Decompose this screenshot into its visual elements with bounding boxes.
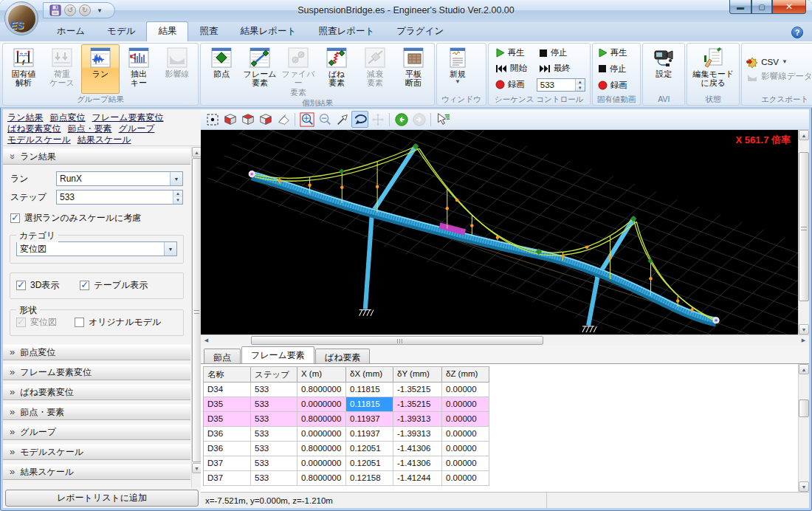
checkbox-checked-icon[interactable] bbox=[80, 281, 89, 290]
scrollbar-thumb[interactable] bbox=[251, 336, 543, 345]
3d-viewport[interactable]: X 561.7 倍率 bbox=[201, 130, 798, 335]
section-header[interactable]: »モデルスケール bbox=[3, 444, 190, 460]
table-cell[interactable]: D37 bbox=[204, 456, 251, 471]
sidebar-link[interactable]: グループ bbox=[119, 123, 155, 134]
step-input[interactable]: 533 ▲▼ bbox=[56, 190, 183, 205]
back-to-edit-button[interactable]: 編集モード に戻る bbox=[689, 44, 737, 94]
sidebar-link[interactable]: ラン結果 bbox=[7, 112, 44, 123]
table-cell[interactable]: 0.12158 bbox=[346, 471, 393, 486]
table-cell[interactable]: 0.11937 bbox=[346, 427, 393, 442]
table-cell[interactable]: D34 bbox=[204, 383, 251, 397]
section-header[interactable]: »結果スケール bbox=[3, 464, 190, 480]
table-cell[interactable]: D36 bbox=[204, 442, 251, 456]
run-button[interactable]: ラン bbox=[81, 44, 120, 94]
eigen-stop-button[interactable]: 停止 bbox=[596, 63, 638, 75]
frame-element-button[interactable]: フレーム 要素 bbox=[241, 44, 279, 97]
table-cell[interactable]: 533 bbox=[251, 471, 297, 486]
table-cell[interactable]: 0.12051 bbox=[346, 442, 393, 456]
perspective-view-button[interactable] bbox=[275, 111, 292, 128]
section-header[interactable]: »フレーム要素変位 bbox=[3, 364, 190, 380]
result-tab[interactable]: 節点 bbox=[204, 349, 241, 363]
eigen-record-button[interactable]: 録画 bbox=[596, 79, 638, 92]
seq-play-button[interactable]: 再生 bbox=[493, 47, 529, 59]
table-cell[interactable]: 0.8000000 bbox=[297, 412, 346, 427]
new-window-button[interactable]: 新規 ▼ bbox=[438, 44, 477, 94]
view-side-button[interactable] bbox=[257, 111, 274, 128]
viewport-vscrollbar[interactable]: ▲ ▼ bbox=[798, 130, 809, 335]
table-cell[interactable]: -1.35215 bbox=[393, 397, 442, 412]
category-select[interactable]: 変位図 ▼ bbox=[16, 241, 177, 256]
column-header[interactable]: 名称 bbox=[204, 367, 251, 383]
view-top-button[interactable] bbox=[239, 111, 256, 128]
sidebar-link[interactable]: 結果スケール bbox=[78, 134, 131, 145]
step-spinner[interactable]: ▲▼ bbox=[173, 191, 182, 204]
sequence-step-input[interactable]: 533 ▲▼ bbox=[537, 78, 585, 92]
table-cell[interactable]: -1.39313 bbox=[393, 427, 442, 442]
table-cell[interactable]: D35 bbox=[204, 397, 251, 412]
maximize-button[interactable]: ▢ bbox=[751, 0, 772, 14]
add-to-report-list-button[interactable]: レポートリストに追加 bbox=[5, 490, 199, 507]
table-cell[interactable]: 0.0000000 bbox=[297, 456, 346, 471]
table-cell[interactable]: D36 bbox=[204, 427, 251, 442]
table-cell[interactable]: 533 bbox=[251, 427, 297, 442]
table-cell[interactable]: 533 bbox=[251, 383, 297, 397]
section-header[interactable]: »節点変位 bbox=[3, 344, 190, 360]
scroll-up-icon[interactable]: ▲ bbox=[799, 364, 809, 374]
table-cell[interactable]: 0.8000000 bbox=[297, 471, 346, 486]
scrollbar-thumb[interactable] bbox=[192, 158, 201, 462]
scrollbar-thumb[interactable] bbox=[799, 399, 809, 417]
table-cell[interactable]: 533 bbox=[251, 442, 297, 456]
table-cell[interactable]: 0.11815 bbox=[346, 397, 393, 412]
scroll-left-icon[interactable]: ◀ bbox=[201, 335, 212, 346]
table-cell[interactable]: 0.11937 bbox=[346, 412, 393, 427]
view-table-checkbox[interactable]: テーブル表示 bbox=[80, 279, 148, 292]
export-csv-button[interactable]: CSV ▼ bbox=[743, 55, 812, 69]
table-cell[interactable]: 0.00000 bbox=[442, 456, 489, 471]
ribbon-tab[interactable]: 照査レポート bbox=[307, 22, 385, 41]
column-header[interactable]: X (m) bbox=[297, 367, 346, 383]
zoom-out-button[interactable] bbox=[316, 111, 333, 128]
column-header[interactable]: ステップ bbox=[251, 367, 297, 383]
column-header[interactable]: δX (mm) bbox=[346, 367, 393, 383]
sidebar-scrollbar[interactable]: ▲ ▼ bbox=[191, 147, 201, 488]
section-header[interactable]: »ばね要素変位 bbox=[3, 384, 190, 400]
section-header[interactable]: »グループ bbox=[3, 424, 190, 440]
column-header[interactable]: δZ (mm) bbox=[442, 367, 489, 383]
table-cell[interactable]: D35 bbox=[204, 412, 251, 427]
ribbon-tab[interactable]: ホーム bbox=[46, 22, 96, 41]
table-cell[interactable]: 533 bbox=[251, 397, 297, 412]
table-cell[interactable]: 0.8000000 bbox=[297, 383, 346, 397]
table-cell[interactable]: D37 bbox=[204, 471, 251, 486]
scroll-down-icon[interactable]: ▼ bbox=[799, 324, 809, 335]
view-back-button[interactable] bbox=[393, 111, 410, 128]
sidebar-link[interactable]: ばね要素変位 bbox=[7, 123, 61, 134]
rotate-view-button[interactable] bbox=[351, 111, 368, 128]
help-button[interactable]: ? bbox=[791, 27, 803, 38]
app-logo-button[interactable]: ES bbox=[4, 1, 38, 35]
table-cell[interactable]: 533 bbox=[251, 456, 297, 471]
sidebar-link[interactable]: 節点変位 bbox=[50, 112, 86, 123]
extract-key-button[interactable]: 抽出 キー bbox=[120, 44, 158, 94]
table-cell[interactable]: -1.41306 bbox=[393, 456, 442, 471]
ribbon-tab[interactable]: モデル bbox=[96, 22, 146, 41]
spring-element-button[interactable]: ばね 要素 bbox=[317, 44, 356, 97]
seq-end-button[interactable]: 最終 bbox=[537, 62, 585, 75]
ribbon-tab[interactable]: 結果 bbox=[146, 21, 188, 41]
table-cell[interactable]: 0.00000 bbox=[442, 471, 489, 486]
table-cell[interactable]: 0.00000 bbox=[442, 412, 489, 427]
only-selected-run-checkbox[interactable]: 選択ランのみスケールに考慮 bbox=[10, 212, 183, 224]
table-cell[interactable]: 0.8000000 bbox=[297, 442, 346, 456]
scroll-up-icon[interactable]: ▲ bbox=[192, 147, 201, 157]
titlebar[interactable]: ↺ ↻ ▼ SuspensionBridge.es - Engineer's S… bbox=[0, 0, 812, 22]
view-3d-checkbox[interactable]: 3D表示 bbox=[16, 279, 59, 292]
viewport-hscrollbar[interactable]: ◀ ▶ bbox=[201, 335, 809, 346]
seq-stop-button[interactable]: 停止 bbox=[537, 47, 585, 59]
column-header[interactable]: δY (mm) bbox=[393, 367, 442, 383]
table-cell[interactable]: 0.0000000 bbox=[297, 427, 346, 442]
table-cell[interactable]: 0.11815 bbox=[346, 383, 393, 397]
chevron-down-icon[interactable]: ▼ bbox=[164, 242, 176, 256]
ribbon-tab[interactable]: プラグイン bbox=[385, 22, 455, 41]
minimize-button[interactable]: ▬ bbox=[729, 0, 751, 14]
fit-view-button[interactable] bbox=[204, 111, 221, 128]
table-vscrollbar[interactable]: ▲ ▼ bbox=[798, 364, 809, 492]
